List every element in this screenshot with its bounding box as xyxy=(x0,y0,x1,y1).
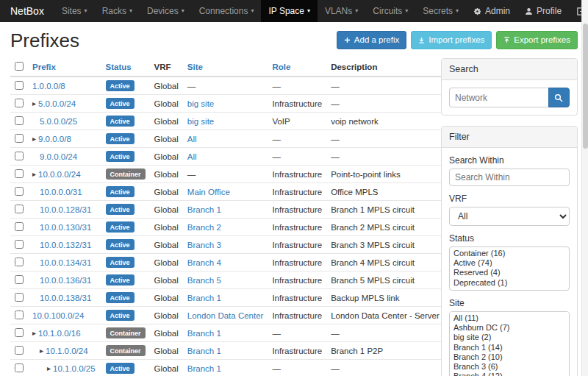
column-header-role[interactable]: Role xyxy=(268,58,326,77)
row-checkbox[interactable] xyxy=(15,363,24,372)
scrollbar[interactable] xyxy=(581,0,588,376)
header-actions: Add a prefixImport prefixesExport prefix… xyxy=(337,28,578,49)
site-link[interactable]: Branch 3 xyxy=(187,241,221,249)
prefix-link[interactable]: 10.1.0.0/25 xyxy=(53,364,96,373)
nav-item-devices[interactable]: Devices▾ xyxy=(140,0,192,22)
site-link[interactable]: Branch 4 xyxy=(187,258,221,267)
row-checkbox[interactable] xyxy=(15,205,24,213)
prefix-cell: ▸5.0.0.0/24 xyxy=(28,95,101,113)
prefix-link[interactable]: 10.0.0.0/31 xyxy=(40,188,82,196)
prefix-link[interactable]: 10.1.0.0/24 xyxy=(46,347,88,355)
filter-option[interactable]: Branch 1 (14) xyxy=(451,343,567,352)
nav-item-circuits[interactable]: Circuits▾ xyxy=(365,0,415,22)
row-checkbox[interactable] xyxy=(15,152,24,160)
nav-item-admin[interactable]: Admin xyxy=(466,0,517,22)
prefix-link[interactable]: 5.0.0.0/24 xyxy=(38,99,76,108)
nav-item-sites[interactable]: Sites▾ xyxy=(54,0,95,22)
prefix-link[interactable]: 10.1.0.0/16 xyxy=(38,329,81,338)
prefix-link[interactable]: 10.0.0.136/31 xyxy=(40,276,91,285)
status-cell: Container xyxy=(101,342,150,360)
site-link[interactable]: Branch 1 xyxy=(187,364,221,373)
site-link[interactable]: Branch 1 xyxy=(187,329,221,338)
prefix-link[interactable]: 1.0.0.0/8 xyxy=(32,82,65,91)
site-link[interactable]: Branch 1 xyxy=(187,205,221,214)
nav-item-racks[interactable]: Racks▾ xyxy=(95,0,140,22)
prefix-link[interactable]: 10.0.100.0/24 xyxy=(32,311,84,320)
prefix-link[interactable]: 9.0.0.0/24 xyxy=(40,152,77,161)
column-header-status[interactable]: Status xyxy=(101,58,150,77)
vrf-cell: Global xyxy=(150,148,183,166)
row-checkbox[interactable] xyxy=(15,169,24,178)
nav-item-vlans[interactable]: VLANs▾ xyxy=(318,0,365,22)
vrf-select[interactable]: All xyxy=(449,207,570,226)
prefix-link[interactable]: 10.0.0.130/31 xyxy=(40,223,91,232)
row-checkbox[interactable] xyxy=(15,187,24,196)
row-checkbox[interactable] xyxy=(15,240,24,249)
status-badge: Active xyxy=(106,116,135,127)
site-link[interactable]: big site xyxy=(187,117,214,126)
search-within-input[interactable] xyxy=(449,169,570,186)
filter-option[interactable]: Branch 2 (10) xyxy=(451,352,567,362)
site-link[interactable]: Branch 1 xyxy=(187,347,221,355)
column-header-prefix[interactable]: Prefix xyxy=(28,58,101,77)
site-link[interactable]: Branch 5 xyxy=(187,276,221,285)
prefix-link[interactable]: 10.0.0.128/31 xyxy=(40,205,91,214)
status-filter-select[interactable]: Container (16)Active (74)Reserved (4)Dep… xyxy=(449,246,570,291)
role-cell: — xyxy=(268,77,326,95)
row-checkbox[interactable] xyxy=(15,258,24,266)
nav-item-ip-space[interactable]: IP Space▾ xyxy=(261,0,318,22)
site-link[interactable]: big site xyxy=(187,99,214,108)
prefix-link[interactable]: 9.0.0.0/8 xyxy=(38,135,71,143)
brand-link[interactable]: NetBox xyxy=(0,0,54,22)
table-row: 10.0.100.0/24ActiveGlobalLondon Data Cen… xyxy=(10,307,477,324)
row-checkbox[interactable] xyxy=(15,275,24,284)
prefix-link[interactable]: 10.0.0.0/24 xyxy=(38,170,81,179)
row-checkbox[interactable] xyxy=(15,328,24,337)
filter-option[interactable]: Ashburn DC (7) xyxy=(451,323,567,333)
row-checkbox[interactable] xyxy=(15,99,24,107)
filter-option[interactable]: Reserved (4) xyxy=(451,268,567,277)
site-link[interactable]: All xyxy=(187,135,197,143)
vrf-cell: Global xyxy=(150,77,183,95)
site-cell: Branch 4 xyxy=(183,254,268,272)
scrollbar-thumb[interactable] xyxy=(583,24,588,149)
filter-option[interactable]: Container (16) xyxy=(451,249,567,258)
export-prefixes-button[interactable]: Export prefixes xyxy=(496,31,578,49)
prefix-link[interactable]: 5.0.0.0/25 xyxy=(40,117,77,126)
site-link[interactable]: Branch 1 xyxy=(187,294,221,302)
prefix-link[interactable]: 10.0.0.132/31 xyxy=(40,241,91,249)
site-link[interactable]: Main Office xyxy=(187,188,230,196)
import-prefixes-button[interactable]: Import prefixes xyxy=(411,31,492,49)
row-checkbox[interactable] xyxy=(15,346,24,355)
row-checkbox[interactable] xyxy=(15,134,24,143)
search-input[interactable] xyxy=(449,88,548,107)
filter-option[interactable]: All (11) xyxy=(451,313,567,323)
prefix-cell: 1.0.0.0/8 xyxy=(28,77,101,95)
column-header-site[interactable]: Site xyxy=(183,58,268,77)
filter-option[interactable]: Deprecated (1) xyxy=(451,278,567,288)
site-link[interactable]: London Data Center xyxy=(187,311,264,320)
filter-option[interactable]: Branch 3 (6) xyxy=(451,362,567,372)
status-badge: Active xyxy=(106,186,135,197)
nav-item-profile[interactable]: Profile xyxy=(517,0,569,22)
site-cell: London Data Center xyxy=(183,307,268,324)
row-checkbox[interactable] xyxy=(15,81,24,90)
prefix-link[interactable]: 10.0.0.134/31 xyxy=(40,258,91,267)
filter-option[interactable]: Active (74) xyxy=(451,258,567,268)
filter-option[interactable]: big site (2) xyxy=(451,333,567,342)
search-button[interactable] xyxy=(548,88,570,107)
prefix-link[interactable]: 10.0.0.138/31 xyxy=(40,294,91,302)
add-a-prefix-button[interactable]: Add a prefix xyxy=(337,31,406,49)
vrf-cell: Global xyxy=(150,289,183,307)
row-checkbox[interactable] xyxy=(15,311,24,319)
site-link[interactable]: Branch 2 xyxy=(187,223,221,232)
filter-option[interactable]: Branch 4 (12) xyxy=(451,372,567,376)
site-filter-select[interactable]: All (11)Ashburn DC (7)big site (2)Branch… xyxy=(449,311,570,376)
site-link[interactable]: All xyxy=(187,152,197,161)
nav-item-secrets[interactable]: Secrets▾ xyxy=(415,0,466,22)
row-checkbox[interactable] xyxy=(15,116,24,125)
row-checkbox[interactable] xyxy=(15,222,24,231)
select-all-checkbox[interactable] xyxy=(15,62,24,71)
row-checkbox[interactable] xyxy=(15,293,24,302)
nav-item-connections[interactable]: Connections▾ xyxy=(192,0,262,22)
